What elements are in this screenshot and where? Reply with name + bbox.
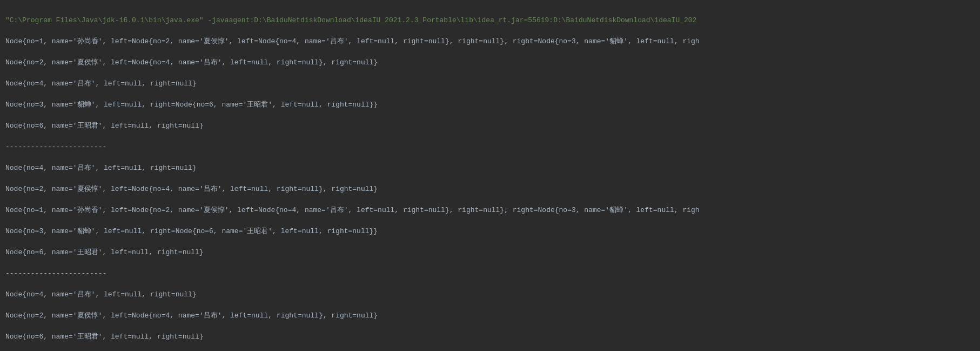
console-line: Node{no=3, name='貂蝉', left=null, right=N… [5, 100, 975, 110]
console-line: Node{no=6, name='王昭君', left=null, right=… [5, 121, 975, 131]
console-line: ------------------------ [5, 268, 975, 279]
console-line: "C:\Program Files\Java\jdk-16.0.1\bin\ja… [5, 15, 975, 26]
console-line: Node{no=1, name='孙尚香', left=Node{no=2, n… [5, 205, 975, 216]
console-line: Node{no=1, name='孙尚香', left=Node{no=2, n… [5, 36, 975, 47]
console-line: ------------------------ [5, 142, 975, 153]
console-line: Node{no=4, name='吕布', left=null, right=n… [5, 289, 975, 300]
console-line: Node{no=3, name='貂蝉', left=null, right=N… [5, 226, 975, 237]
console-line: Node{no=2, name='夏侯惇', left=Node{no=4, n… [5, 57, 975, 68]
console-line: Node{no=4, name='吕布', left=null, right=n… [5, 163, 975, 174]
console-line: Node{no=2, name='夏侯惇', left=Node{no=4, n… [5, 310, 975, 321]
console-line: Node{no=4, name='吕布', left=null, right=n… [5, 78, 975, 89]
console-line: Node{no=6, name='王昭君', left=null, right=… [5, 332, 975, 342]
console-line: Node{no=2, name='夏侯惇', left=Node{no=4, n… [5, 184, 975, 195]
console-line: Node{no=6, name='王昭君', left=null, right=… [5, 247, 975, 258]
console-output: "C:\Program Files\Java\jdk-16.0.1\bin\ja… [5, 4, 975, 351]
